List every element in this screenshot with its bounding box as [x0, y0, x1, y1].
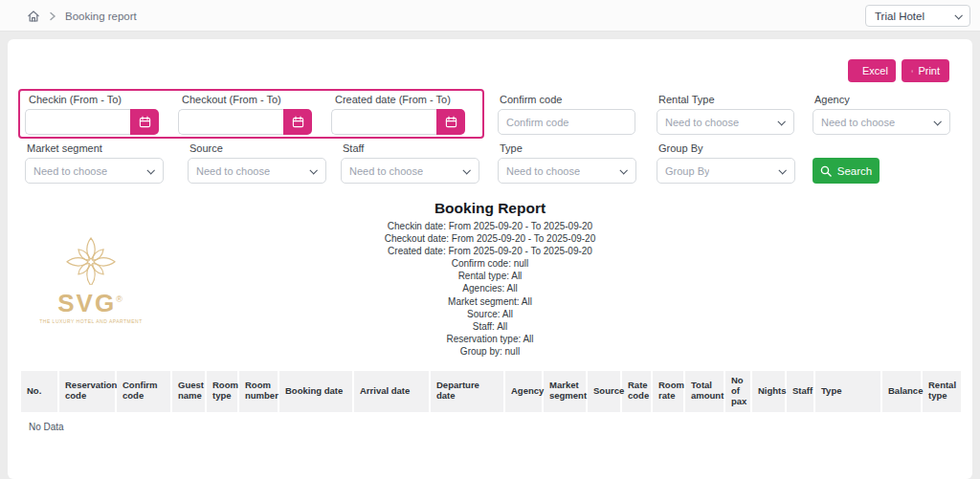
- column-header-guest-name: Guest name: [172, 371, 207, 412]
- search-button-label: Search: [837, 165, 872, 177]
- report-detail-line: Staff: All: [203, 320, 777, 333]
- report-detail-line: Created date: From 2025-09-20 - To 2025-…: [203, 245, 777, 257]
- staff-selected-value: Need to choose: [349, 165, 423, 177]
- search-icon: [820, 165, 832, 177]
- calendar-button[interactable]: [436, 109, 465, 135]
- booking-report-page: Booking report Trial Hotel Excel Print C…: [0, 0, 980, 479]
- source-label: Source: [189, 142, 223, 154]
- checkin-from-to-label: Checkin (From - To): [29, 94, 122, 105]
- search-button[interactable]: Search: [813, 158, 880, 184]
- home-icon[interactable]: [27, 10, 40, 23]
- chevron-down-icon: [462, 166, 470, 174]
- print-button[interactable]: Print: [902, 59, 949, 82]
- agency-selected-value: Need to choose: [821, 117, 895, 128]
- column-header-balance: Balance: [882, 371, 923, 412]
- group-by-label: Group By: [658, 142, 702, 154]
- type-select[interactable]: Need to choose: [498, 158, 636, 184]
- column-header-staff: Staff: [787, 371, 815, 412]
- report-detail-line: Source: All: [203, 308, 777, 320]
- chevron-down-icon: [778, 166, 786, 174]
- column-header-booking-date: Booking date: [279, 371, 354, 412]
- created-date-from-to-field: [331, 109, 465, 135]
- column-header-room-rate: Room rate: [653, 371, 685, 412]
- lotus-ornament-icon: [63, 235, 119, 285]
- checkout-from-to-field: [178, 109, 312, 135]
- chevron-down-icon: [146, 166, 154, 174]
- column-header-rental-type: Rental type: [923, 371, 961, 412]
- no-data-text: No Data: [21, 412, 961, 438]
- breadcrumb-current: Booking report: [65, 11, 137, 22]
- calendar-icon: [445, 116, 457, 128]
- breadcrumb: Booking report: [27, 0, 137, 32]
- confirm-code-input[interactable]: [498, 109, 635, 135]
- calendar-button[interactable]: [130, 109, 159, 135]
- calendar-icon: [139, 116, 151, 128]
- chevron-down-icon: [309, 166, 317, 174]
- checkout-from-to-input[interactable]: [178, 109, 283, 135]
- column-header-total-amount: Total amount: [685, 371, 725, 412]
- column-header-market-segment: Market segment: [544, 371, 588, 412]
- column-header-no: No.: [21, 371, 59, 412]
- column-header-type: Type: [815, 371, 882, 412]
- report-summary: Checkin date: From 2025-09-20 - To 2025-…: [203, 220, 777, 358]
- type-selected-value: Need to choose: [506, 165, 580, 177]
- rental-type-select[interactable]: Need to choose: [657, 109, 794, 135]
- report-detail-line: Checkout date: From 2025-09-20 - To 2025…: [203, 232, 777, 245]
- column-header-source: Source: [588, 371, 622, 412]
- table-header-row: No.Reservation codeConfirm codeGuest nam…: [21, 371, 961, 412]
- calendar-button[interactable]: [283, 109, 312, 135]
- report-detail-line: Market segment: All: [203, 295, 777, 308]
- hotel-selector[interactable]: Trial Hotel: [865, 5, 970, 27]
- created-date-from-to-label: Created date (From - To): [335, 94, 451, 105]
- chevron-down-icon: [619, 166, 627, 174]
- report-title: Booking Report: [203, 200, 777, 217]
- created-date-from-to-input[interactable]: [331, 109, 436, 135]
- confirm-code-label: Confirm code: [500, 94, 562, 105]
- calendar-icon: [292, 116, 304, 128]
- agency-select[interactable]: Need to choose: [813, 109, 950, 135]
- hotel-logo: SVG® THE LUXURY HOTEL AND APARTMENT: [29, 235, 153, 324]
- column-header-room-number: Room number: [239, 371, 279, 412]
- column-header-no-of-pax: No of pax: [725, 371, 752, 412]
- market-segment-label: Market segment: [27, 142, 102, 154]
- staff-label: Staff: [343, 142, 364, 154]
- report-detail-line: Confirm code: null: [203, 257, 777, 270]
- column-header-arrival-date: Arrival date: [354, 371, 431, 412]
- report-detail-line: Group by: null: [203, 345, 777, 358]
- market-segment-selected-value: Need to choose: [33, 165, 107, 177]
- checkin-from-to-input[interactable]: [25, 109, 130, 135]
- print-button-label: Print: [918, 65, 940, 76]
- breadcrumb-chevron-icon: [49, 11, 56, 21]
- group-by-selected-value: Group By: [665, 165, 709, 177]
- market-segment-select[interactable]: Need to choose: [25, 158, 164, 184]
- source-select[interactable]: Need to choose: [188, 158, 326, 184]
- agency-label: Agency: [814, 94, 850, 105]
- rental-type-selected-value: Need to choose: [665, 117, 739, 128]
- bookings-table: No.Reservation codeConfirm codeGuest nam…: [21, 371, 961, 438]
- chevron-down-icon: [933, 118, 941, 125]
- logo-tagline: THE LUXURY HOTEL AND APARTMENT: [29, 318, 153, 324]
- column-header-nights: Nights: [752, 371, 787, 412]
- type-label: Type: [500, 142, 523, 154]
- checkin-from-to-field: [25, 109, 159, 135]
- column-header-departure-date: Departure date: [431, 371, 505, 412]
- excel-export-button[interactable]: Excel: [848, 59, 896, 82]
- column-header-rate-code: Rate code: [622, 371, 653, 412]
- staff-select[interactable]: Need to choose: [341, 158, 479, 184]
- chevron-down-icon: [777, 118, 785, 125]
- registered-mark: ®: [116, 294, 124, 304]
- column-header-room-type: Room type: [207, 371, 239, 412]
- column-header-reservation-code: Reservation code: [59, 371, 117, 412]
- hotel-selector-value: Trial Hotel: [875, 11, 924, 22]
- logo-name: SVG®: [29, 291, 153, 316]
- chevron-down-icon: [954, 11, 962, 19]
- table-empty-row: No Data: [21, 412, 961, 438]
- checkout-from-to-label: Checkout (From - To): [182, 94, 281, 105]
- column-header-agency: Agency: [505, 371, 544, 412]
- top-navigation-bar: Booking report Trial Hotel: [0, 0, 980, 32]
- printer-icon: [911, 65, 913, 77]
- group-by-select[interactable]: Group By: [657, 158, 795, 184]
- report-detail-line: Checkin date: From 2025-09-20 - To 2025-…: [203, 220, 777, 232]
- column-header-confirm-code: Confirm code: [117, 371, 172, 412]
- rental-type-label: Rental Type: [658, 94, 715, 105]
